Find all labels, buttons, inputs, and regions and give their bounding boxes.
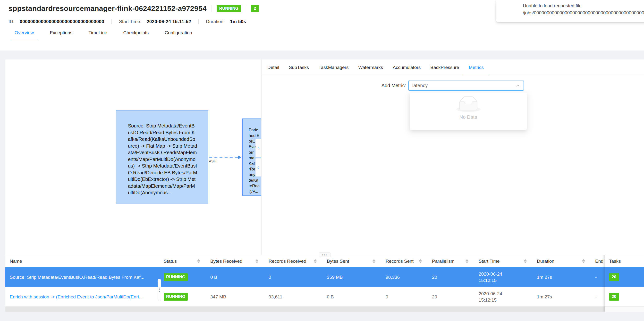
tab-accumulators[interactable]: Accumulators: [388, 60, 426, 75]
duration-label: Duration:: [206, 19, 224, 24]
horizontal-resize-handle[interactable]: •••: [319, 252, 330, 258]
tab-metrics[interactable]: Metrics: [464, 60, 488, 75]
chevron-left-icon: [256, 165, 261, 170]
cell-records-sent: 98,336: [382, 267, 428, 287]
graph-edge-label: ASH: [209, 159, 216, 163]
toast-message-line1: Unable to load requested file: [523, 2, 644, 9]
sort-icon: [466, 259, 468, 263]
sort-icon: [197, 259, 200, 263]
tab-subtasks[interactable]: SubTasks: [284, 60, 314, 75]
cell-duration: 1m 27s: [533, 287, 591, 306]
job-graph-panel: Source: Strip Metadata/EventBusIO.Read/R…: [5, 60, 262, 255]
expand-panel-button[interactable]: [256, 139, 262, 157]
graph-edge-line: [209, 157, 239, 158]
cell-tasks: 20: [605, 267, 644, 287]
vertex-table: Name Status Bytes Received Records Recei…: [5, 255, 644, 312]
graph-edge-arrowhead-icon: [238, 156, 242, 159]
page-title: sppstandardresourcemanager-flink-0624221…: [8, 4, 207, 13]
cell-status: RUNNING: [160, 287, 206, 306]
cell-records-received: 93,611: [265, 287, 323, 306]
metric-select-value: latency: [412, 83, 515, 88]
ellipsis-icon: •••: [322, 253, 327, 257]
collapse-panel-button[interactable]: [256, 158, 262, 176]
graph-node-source[interactable]: Source: Strip Metadata/EventBusIO.Read/R…: [116, 110, 208, 204]
cell-bytes-sent: 359 MB: [323, 267, 382, 287]
task-count-badge: 2: [251, 5, 258, 12]
cell-status: RUNNING: [160, 267, 206, 287]
main-tabs: Overview Exceptions TimeLine Checkpoints…: [0, 30, 644, 39]
tasks-count-badge: 20: [609, 274, 619, 281]
col-header-duration[interactable]: Duration: [533, 255, 591, 267]
tab-overview[interactable]: Overview: [11, 30, 38, 39]
tab-timeline[interactable]: TimeLine: [84, 30, 111, 39]
cell-start-time: 2020-06-24 15:12:15: [475, 267, 533, 287]
chevron-up-icon: [515, 83, 520, 88]
col-header-records-sent[interactable]: Records Sent: [382, 255, 428, 267]
tab-backpressure[interactable]: BackPressure: [426, 60, 464, 75]
id-label: ID:: [8, 19, 14, 24]
col-header-parallelism[interactable]: Parallelism: [428, 255, 475, 267]
col-header-bytes-received[interactable]: Bytes Received: [206, 255, 265, 267]
start-time-label: Start Time:: [119, 19, 141, 24]
graph-node-source-label: Source: Strip Metadata/EventBusIO.Read/R…: [116, 111, 208, 196]
divider: [198, 19, 199, 24]
graph-node-enrich[interactable]: Enric hed E o(E Eve orr ma Kaf rRe ony..…: [242, 118, 262, 196]
top-split: Source: Strip Metadata/EventBusIO.Read/R…: [5, 60, 644, 255]
tab-taskmanagers[interactable]: TaskManagers: [314, 60, 354, 75]
cell-tasks: 20: [605, 287, 644, 306]
metric-select[interactable]: latency: [408, 80, 524, 90]
col-header-status[interactable]: Status: [160, 255, 206, 267]
tab-detail[interactable]: Detail: [262, 60, 284, 75]
sort-icon: [524, 259, 527, 263]
cell-end-time: -: [591, 287, 605, 306]
detail-panel-tabs: Detail SubTasks TaskManagers Watermarks …: [262, 60, 644, 75]
divider: [246, 5, 246, 12]
col-header-end-time[interactable]: End Time: [591, 255, 605, 267]
job-detail-card: Source: Strip Metadata/EventBusIO.Read/R…: [5, 60, 644, 312]
cell-name[interactable]: Source: Strip Metadata/EventBusIO.Read/R…: [5, 267, 160, 287]
cell-parallelism: 20: [428, 287, 475, 306]
col-header-start-time[interactable]: Start Time: [475, 255, 533, 267]
table-row-enrich[interactable]: Enrich with session -> (Enriched Event t…: [5, 287, 644, 307]
toast-message-line2: /jobs/0000000000000000000000000000000000…: [523, 9, 644, 16]
col-header-records-received[interactable]: Records Received: [265, 255, 323, 267]
cell-bytes-received: 0 B: [206, 267, 265, 287]
cell-name[interactable]: Enrich with session -> (Enriched Event t…: [5, 287, 160, 306]
tab-configuration[interactable]: Configuration: [161, 30, 196, 39]
metric-dropdown: No Data: [410, 92, 527, 130]
divider: [212, 5, 212, 12]
cell-parallelism: 20: [428, 267, 475, 287]
running-badge: RUNNING: [164, 293, 188, 300]
col-header-bytes-sent[interactable]: Bytes Sent: [323, 255, 382, 267]
chevron-right-icon: [256, 146, 261, 150]
empty-box-icon: [456, 96, 480, 112]
add-metric-row: Add Metric: latency: [262, 80, 524, 90]
sort-icon: [372, 259, 376, 263]
tab-checkpoints[interactable]: Checkpoints: [120, 30, 153, 39]
col-header-tasks: Tasks: [605, 255, 644, 267]
id-value: 00000000000000000000000000000000: [20, 19, 104, 24]
divider: [112, 19, 112, 24]
duration-value: 1m 50s: [230, 19, 246, 24]
cell-bytes-sent: 0 B: [323, 287, 382, 306]
tab-watermarks[interactable]: Watermarks: [354, 60, 388, 75]
column-resize-handle[interactable]: •••: [158, 279, 161, 301]
table-row-source[interactable]: Source: Strip Metadata/EventBusIO.Read/R…: [5, 267, 644, 287]
cell-records-received: 0: [265, 267, 323, 287]
sort-icon: [314, 259, 317, 263]
cell-start-time: 2020-06-24 15:12:15: [475, 287, 533, 306]
cell-duration: 1m 27s: [533, 267, 591, 287]
running-badge: RUNNING: [164, 274, 188, 281]
cell-records-sent: 0: [382, 287, 428, 306]
sort-icon: [256, 259, 258, 263]
tab-exceptions[interactable]: Exceptions: [46, 30, 76, 39]
start-time-value: 2020-06-24 15:11:52: [147, 19, 191, 24]
error-toast: Unable to load requested file /jobs/0000…: [496, 0, 644, 22]
add-metric-label: Add Metric:: [262, 83, 408, 88]
cell-bytes-received: 347 MB: [206, 287, 265, 306]
horizontal-scrollbar[interactable]: [5, 307, 644, 312]
vertical-ellipsis-icon: •••: [158, 288, 160, 292]
no-data-text: No Data: [460, 114, 477, 120]
scrollbar-track[interactable]: [5, 307, 605, 312]
cell-end-time: -: [591, 267, 605, 287]
